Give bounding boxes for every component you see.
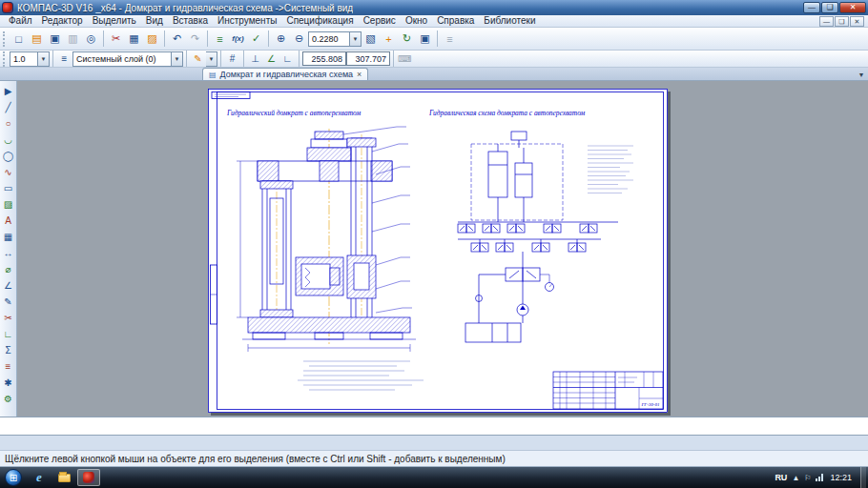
- cursor-step-dropdown[interactable]: ▼: [38, 51, 50, 67]
- undo-button[interactable]: ↶: [168, 30, 186, 48]
- tab-list-dropdown-button[interactable]: ▼: [855, 69, 868, 80]
- spline-tool-icon[interactable]: ∿: [1, 164, 16, 180]
- menu-file[interactable]: Файл: [4, 15, 37, 27]
- trim-tool-icon[interactable]: ✂: [1, 310, 16, 326]
- line-tool-icon[interactable]: ╱: [1, 99, 16, 115]
- save-button[interactable]: ▣: [46, 30, 64, 48]
- grid-button[interactable]: #: [224, 51, 240, 66]
- taskbar-ie-icon[interactable]: e: [28, 469, 51, 486]
- start-button[interactable]: ⊞: [5, 469, 22, 486]
- property-bar[interactable]: [0, 417, 868, 436]
- text-tool-icon[interactable]: A: [1, 213, 16, 229]
- drawing-canvas[interactable]: Гидравлический домкрат с автоперехватом …: [17, 81, 868, 417]
- settings-tool-icon[interactable]: ⚙: [1, 391, 16, 407]
- toolbar-grip[interactable]: [3, 51, 7, 67]
- paste-button[interactable]: ▨: [143, 30, 161, 48]
- circle-tool-icon[interactable]: ○: [1, 115, 16, 132]
- drawing-notes[interactable]: [298, 361, 424, 390]
- clock[interactable]: 12:21: [830, 473, 852, 482]
- zoom-in-button[interactable]: ⊕: [272, 30, 290, 48]
- select-tool-icon[interactable]: ▶: [1, 83, 16, 99]
- title-bar[interactable]: КОМПАС-3D V16 _x64 - Домкрат и гидравлич…: [0, 0, 868, 15]
- drawing-title-left[interactable]: Гидравлический домкрат с автоперехватом: [226, 109, 361, 117]
- menu-editor[interactable]: Редактор: [37, 15, 88, 27]
- menu-help[interactable]: Справка: [432, 15, 479, 27]
- snap-angle-button[interactable]: ∠: [263, 51, 279, 66]
- edit-tool-icon[interactable]: ✎: [1, 294, 16, 310]
- drawing-title-right[interactable]: Гидравлическая схема домкрата с автопере…: [428, 109, 586, 117]
- keyboard-input-button[interactable]: ⌨: [397, 51, 413, 66]
- hatch-tool-icon[interactable]: ▨: [1, 196, 16, 213]
- variables-button[interactable]: f(x): [229, 30, 247, 48]
- taskbar-kompas-button[interactable]: [77, 469, 100, 486]
- local-cs-button[interactable]: ∟: [279, 51, 296, 66]
- menu-service[interactable]: Сервис: [359, 15, 401, 27]
- toolbar-separator: [393, 51, 394, 67]
- minimize-button[interactable]: —: [803, 2, 820, 13]
- zoom-area-button[interactable]: ▧: [362, 30, 380, 48]
- close-button[interactable]: ✕: [839, 2, 866, 13]
- drawing-sheet[interactable]: Гидравлический домкрат с автоперехватом …: [208, 89, 668, 413]
- properties-button[interactable]: ≡: [441, 30, 459, 48]
- toolbar-grip[interactable]: [3, 31, 7, 47]
- cursor-y-field[interactable]: [346, 51, 390, 66]
- tab-close-icon[interactable]: ×: [357, 70, 362, 79]
- open-document-button[interactable]: ▤: [28, 30, 46, 48]
- current-layer-value[interactable]: Системный слой (0): [72, 51, 172, 67]
- fit-document-button[interactable]: ▣: [416, 30, 434, 48]
- menu-specification[interactable]: Спецификация: [281, 15, 358, 27]
- layers-button[interactable]: ≡: [56, 51, 72, 66]
- redo-button[interactable]: ↷: [186, 30, 204, 48]
- zoom-dropdown-button[interactable]: ▼: [350, 31, 362, 47]
- mdi-minimize-button[interactable]: —: [819, 16, 834, 27]
- refresh-view-button[interactable]: ↻: [398, 30, 416, 48]
- cursor-step-input[interactable]: [10, 51, 38, 67]
- specification-tool-icon[interactable]: Σ: [1, 342, 16, 358]
- tray-expand-icon[interactable]: ▲: [792, 474, 799, 482]
- network-icon[interactable]: [816, 474, 823, 481]
- macro-tool-icon[interactable]: ✱: [1, 375, 16, 391]
- menu-window[interactable]: Окно: [401, 15, 432, 27]
- menu-view[interactable]: Вид: [141, 15, 168, 27]
- language-indicator[interactable]: RU: [775, 473, 787, 482]
- menu-select[interactable]: Выделить: [88, 15, 141, 27]
- document-manager-button[interactable]: ≡: [211, 30, 229, 48]
- cursor-x-field[interactable]: [302, 51, 346, 66]
- ellipse-tool-icon[interactable]: ◯: [1, 148, 16, 164]
- print-preview-button[interactable]: ◎: [82, 30, 100, 48]
- copy-button[interactable]: ▦: [125, 30, 143, 48]
- pan-button[interactable]: +: [380, 30, 398, 48]
- menu-libraries[interactable]: Библиотеки: [479, 15, 540, 27]
- maximize-button[interactable]: ❏: [821, 2, 838, 13]
- rectangle-tool-icon[interactable]: ▭: [1, 180, 16, 196]
- title-block[interactable]: ГГ-30-01: [553, 372, 663, 409]
- show-desktop-button[interactable]: [860, 467, 866, 488]
- print-button[interactable]: ▥: [64, 30, 82, 48]
- new-document-button[interactable]: □: [10, 30, 28, 48]
- action-center-flag-icon[interactable]: ⚐: [804, 474, 811, 482]
- menu-tools[interactable]: Инструменты: [213, 15, 281, 27]
- mdi-restore-button[interactable]: ❏: [835, 16, 849, 27]
- zoom-value-input[interactable]: [308, 31, 350, 47]
- ortho-mode-button[interactable]: ⊥: [247, 51, 263, 66]
- layers-tool-icon[interactable]: ≡: [1, 358, 16, 375]
- cut-button[interactable]: ✂: [107, 30, 125, 48]
- kompas-3d-window: КОМПАС-3D V16 _x64 - Домкрат и гидравлич…: [0, 0, 868, 488]
- layer-dropdown-button[interactable]: ▼: [172, 51, 183, 67]
- zoom-out-button[interactable]: ⊖: [290, 30, 308, 48]
- jack-assembly-drawing[interactable]: [237, 127, 416, 352]
- tab-document-active[interactable]: ▤ Домкрат и гидравлическая схема ×: [202, 68, 368, 80]
- menu-insert[interactable]: Вставка: [168, 15, 213, 27]
- dimension-tool-icon[interactable]: ↔: [1, 245, 16, 261]
- pencil-style-dropdown[interactable]: ▼: [206, 51, 217, 67]
- measure-tool-icon[interactable]: ∟: [1, 326, 16, 342]
- hydraulic-schematic[interactable]: [458, 132, 633, 342]
- pencil-style-button[interactable]: ✎: [190, 51, 206, 66]
- table-tool-icon[interactable]: ▦: [1, 229, 16, 245]
- taskbar-explorer-icon[interactable]: [52, 469, 75, 486]
- spellcheck-button[interactable]: ✓: [247, 30, 265, 48]
- mdi-close-button[interactable]: ✕: [850, 16, 864, 27]
- arc-tool-icon[interactable]: ◡: [1, 132, 16, 148]
- diameter-tool-icon[interactable]: ⌀: [1, 261, 16, 277]
- angle-tool-icon[interactable]: ∠: [1, 277, 16, 294]
